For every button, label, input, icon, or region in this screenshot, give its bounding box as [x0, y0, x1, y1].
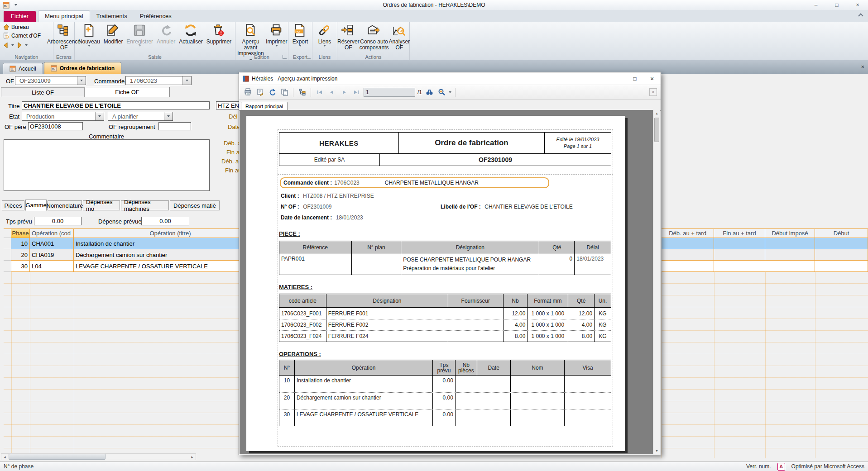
ribbon-collapse-icon[interactable]: [858, 13, 863, 18]
refresh-report-icon[interactable]: [267, 87, 277, 97]
ribbon-tab-preferences[interactable]: Préférences: [134, 11, 178, 22]
annuler-button[interactable]: Annuler: [157, 22, 175, 45]
page-number-input[interactable]: 1: [364, 88, 415, 97]
ribbon-tab-fichier[interactable]: Fichier: [4, 11, 36, 22]
grid-cell-empty[interactable]: [765, 238, 815, 249]
scrollbar-thumb[interactable]: [654, 118, 659, 142]
grid-cell-empty[interactable]: [714, 249, 765, 261]
tps-prevu-input[interactable]: 0.00: [34, 217, 82, 225]
grid-select-all-cell[interactable]: [4, 228, 11, 238]
liens-dropdown-icon[interactable]: [323, 45, 326, 47]
grid-column-header-deb-au-tard[interactable]: Déb. au + tard: [662, 228, 714, 238]
of-combobox[interactable]: OF2301009: [15, 76, 86, 85]
tab-fiche-of[interactable]: Fiche OF: [85, 87, 170, 97]
next-page-icon[interactable]: [339, 87, 349, 97]
grid-cell-phase[interactable]: 20: [11, 249, 30, 261]
qat-dropdown-icon[interactable]: [14, 4, 17, 6]
first-page-icon[interactable]: [315, 87, 325, 97]
imprimer-button[interactable]: Imprimer: [266, 22, 287, 47]
planification-combo-dropdown-icon[interactable]: [164, 112, 173, 120]
commande-combobox[interactable]: 1706C023: [125, 76, 192, 85]
grid-cell-code[interactable]: CHA001: [30, 238, 74, 249]
carnet-of-button[interactable]: Carnet d'OF: [2, 32, 42, 39]
tab-rapport-principal[interactable]: Rapport principal: [241, 102, 288, 110]
export-button[interactable]: PDF Export: [293, 22, 308, 47]
ribbon-tab-menu-principal[interactable]: Menu principal: [38, 10, 90, 22]
nouveau-button[interactable]: Nouveau: [78, 22, 100, 47]
dialog-minimize-button[interactable]: –: [609, 72, 626, 85]
titre-input[interactable]: CHANTIER ELEVAGE DE L'ETOILE: [22, 101, 210, 109]
grid-cell-phase[interactable]: 10: [11, 238, 30, 249]
form-horizontal-scrollbar[interactable]: ◂ ▸: [1, 453, 196, 460]
grid-cell-empty[interactable]: [714, 261, 765, 272]
grid-column-header-debut-impose[interactable]: Début imposé: [765, 228, 815, 238]
grid-cell-empty[interactable]: [765, 249, 815, 261]
window-close-button[interactable]: ×: [847, 0, 868, 10]
grid-cell-code[interactable]: CHA019: [30, 249, 74, 261]
commande-label[interactable]: Commande: [94, 78, 125, 85]
supprimer-button[interactable]: Supprimer: [206, 22, 231, 45]
nav-forward-icon[interactable]: [17, 42, 22, 48]
print-setup-icon[interactable]: [255, 87, 265, 97]
grid-column-header-fin-au-tard[interactable]: Fin au + tard: [714, 228, 765, 238]
conso-auto-composants-button[interactable]: Conso auto composants: [360, 22, 389, 51]
nav-back-icon[interactable]: [3, 42, 9, 48]
etat-combo-dropdown-icon[interactable]: [95, 112, 104, 120]
grid-cell-empty[interactable]: [662, 238, 714, 249]
grid-column-header-phase[interactable]: Phase: [11, 228, 30, 238]
dialog-titlebar[interactable]: Hérakles - Aperçu avant impression – □ ×: [239, 72, 661, 85]
window-minimize-button[interactable]: –: [806, 0, 826, 10]
imprimer-dropdown-icon[interactable]: [275, 45, 278, 47]
group-tree-icon[interactable]: [297, 87, 307, 97]
depense-prevue-input[interactable]: 0.00: [141, 217, 189, 225]
grid-cell-empty[interactable]: [714, 238, 765, 249]
doc-tab-accueil[interactable]: Accueil: [3, 63, 43, 74]
export-dropdown-icon[interactable]: [299, 45, 302, 47]
liens-button[interactable]: Liens: [317, 22, 332, 47]
print-icon[interactable]: [243, 87, 253, 97]
find-binoculars-icon[interactable]: [424, 87, 434, 97]
of-pere-input[interactable]: OF2301008: [28, 122, 83, 130]
of-regroupement-input[interactable]: [158, 122, 191, 130]
grid-cell-titre[interactable]: Déchargement camion sur chantier: [74, 249, 267, 261]
subtab-depenses-machines[interactable]: Dépenses machines: [121, 200, 169, 210]
actualiser-button[interactable]: Actualiser: [179, 22, 203, 45]
nav-back-dropdown-icon[interactable]: [11, 44, 14, 46]
modifier-button[interactable]: Modifier: [104, 22, 123, 45]
subtab-nomenclature[interactable]: Nomenclature: [48, 200, 82, 210]
scroll-up-icon[interactable]: ▴: [653, 110, 660, 117]
grid-cell-titre[interactable]: Installation de chantier: [74, 238, 267, 249]
dialog-maximize-button[interactable]: □: [626, 72, 643, 85]
dialog-close-button[interactable]: ×: [643, 72, 661, 85]
grid-cell-empty[interactable]: [765, 261, 815, 272]
window-maximize-button[interactable]: □: [826, 0, 847, 10]
subtab-depenses-mo[interactable]: Dépenses mo: [83, 200, 120, 210]
subtab-gamme[interactable]: Gamme: [25, 200, 47, 211]
grid-column-header-operation-code[interactable]: Opération (cod: [30, 228, 74, 238]
arborescence-of-button[interactable]: Arborescence OF: [53, 22, 74, 51]
edition-dialog-launcher-icon[interactable]: [283, 55, 287, 59]
analyser-of-button[interactable]: Analyser OF: [388, 22, 410, 51]
subtab-pieces[interactable]: Pièces: [2, 200, 24, 210]
export-dialog-launcher-icon[interactable]: [307, 55, 311, 59]
doc-tab-ordres-de-fabrication[interactable]: Ordres de fabrication: [44, 62, 121, 74]
scrollbar-thumb[interactable]: [9, 454, 106, 460]
grid-row-selector[interactable]: [4, 249, 11, 261]
grid-cell-empty[interactable]: [815, 261, 868, 272]
preview-vertical-scrollbar[interactable]: ▴ ▾: [653, 110, 660, 454]
etat-combobox[interactable]: Production: [22, 112, 104, 121]
grid-cell-titre[interactable]: LEVAGE CHARPENTE / OSSATURE VERTICALE: [74, 261, 267, 272]
grid-cell-phase[interactable]: 30: [11, 261, 30, 272]
grid-cell-empty[interactable]: [662, 249, 714, 261]
grid-cell-code[interactable]: L04: [30, 261, 74, 272]
bureau-button[interactable]: Bureau: [2, 24, 30, 31]
ribbon-tab-traitements[interactable]: Traitements: [90, 11, 134, 22]
planification-combobox[interactable]: A planifier: [108, 112, 173, 121]
scroll-right-icon[interactable]: ▸: [189, 454, 196, 460]
reserver-of-button[interactable]: Réserver OF: [337, 22, 360, 51]
zoom-icon[interactable]: [436, 87, 446, 97]
commentaire-textarea[interactable]: [4, 139, 210, 191]
close-preview-icon[interactable]: ×: [649, 88, 657, 96]
enregistrer-button[interactable]: Enregistrer: [126, 22, 153, 47]
grid-cell-empty[interactable]: [662, 261, 714, 272]
